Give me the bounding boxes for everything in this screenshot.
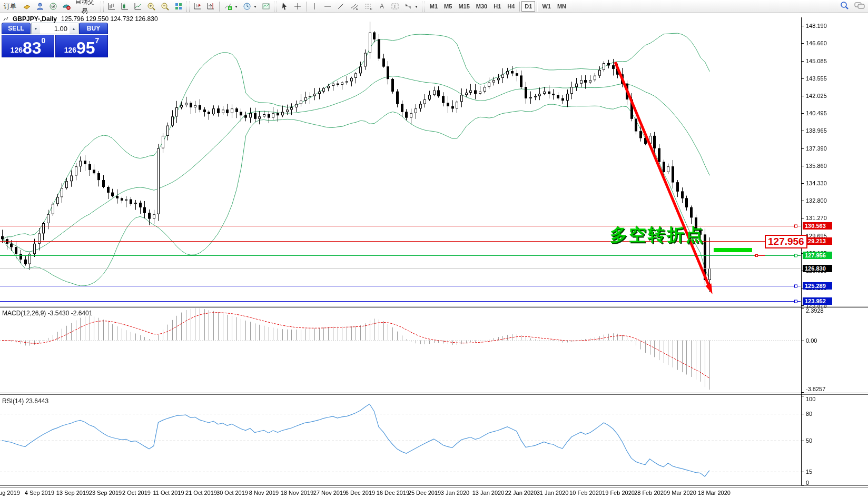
timeframe-m30-button[interactable]: M30 bbox=[473, 1, 490, 12]
line-chart-icon bbox=[134, 2, 142, 11]
indicators-button[interactable]: ▼ bbox=[222, 1, 240, 12]
tile-windows-icon bbox=[174, 2, 183, 11]
template-icon bbox=[262, 2, 270, 11]
text-label-icon: T bbox=[391, 2, 399, 11]
date-axis-label: 3 Jan 2020 bbox=[441, 490, 469, 496]
date-axis-label: 10 Feb 2020 bbox=[569, 490, 602, 496]
buy-button[interactable]: BUY bbox=[79, 23, 108, 34]
candlestick-chart-button[interactable] bbox=[119, 1, 131, 12]
person-icon bbox=[36, 2, 44, 11]
toolbar-separator bbox=[306, 2, 307, 12]
zoom-in-button[interactable] bbox=[145, 1, 158, 12]
dropdown-arrow-icon: ▼ bbox=[234, 5, 238, 8]
search-icon[interactable] bbox=[840, 1, 849, 10]
autotrading-button[interactable]: 自动交易 bbox=[60, 1, 99, 12]
gold-book-icon bbox=[23, 2, 31, 11]
arrows-tool-button[interactable]: ▼ bbox=[402, 1, 420, 12]
date-axis-label: 25 Dec 2019 bbox=[408, 490, 441, 496]
timeframe-m5-button[interactable]: M5 bbox=[441, 1, 455, 12]
crosshair-tool-button[interactable] bbox=[291, 1, 304, 12]
templates-button[interactable] bbox=[260, 1, 272, 12]
price-axis-tick: 135.860 bbox=[806, 163, 827, 169]
label-tool-button[interactable]: T bbox=[389, 1, 401, 12]
timeframe-w1-button[interactable]: W1 bbox=[539, 1, 554, 12]
horizontal-line-icon bbox=[323, 2, 332, 11]
new-order-label: 订单 bbox=[4, 2, 16, 11]
toolbar-grip bbox=[422, 2, 425, 12]
timeframe-h4-button[interactable]: H4 bbox=[504, 1, 518, 12]
svg-text:E: E bbox=[356, 7, 358, 11]
price-axis-tick: 143.555 bbox=[806, 75, 827, 82]
price-axis-tick: 142.025 bbox=[806, 93, 827, 99]
macd-axis-tick: 0.00 bbox=[806, 337, 817, 344]
date-axis-label: 18 Nov 2019 bbox=[281, 490, 313, 496]
timeframe-d1-button[interactable]: D1 bbox=[521, 1, 535, 12]
line-chart-button[interactable] bbox=[132, 1, 144, 12]
trendline-icon bbox=[337, 2, 345, 11]
dropdown-arrow-icon: ▼ bbox=[253, 5, 257, 8]
sell-price-display[interactable]: 126 83 0 bbox=[2, 35, 54, 57]
chart-shift-icon bbox=[206, 2, 215, 11]
chart-canvas[interactable] bbox=[0, 0, 868, 498]
trendline-tool-button[interactable] bbox=[334, 1, 347, 12]
chart-shift-button[interactable] bbox=[204, 1, 217, 12]
date-axis-label: 23 Sep 2019 bbox=[89, 490, 122, 496]
buy-price-main: 95 bbox=[76, 40, 95, 56]
rsi-label: RSI(14) 23.6443 bbox=[2, 397, 48, 405]
indicators-icon bbox=[224, 2, 232, 11]
timeframe-mn-button[interactable]: MN bbox=[554, 1, 569, 12]
volume-decrease-button[interactable]: ▼ bbox=[32, 23, 40, 34]
turning-point-annotation: 多空转折点 bbox=[610, 223, 705, 247]
auto-scroll-icon bbox=[193, 2, 202, 11]
one-click-trading-panel: SELL ▼ ▲ BUY 126 83 0 126 95 7 bbox=[2, 23, 108, 57]
channel-tool-button[interactable]: E bbox=[348, 1, 361, 12]
toolbar-grip bbox=[101, 2, 104, 12]
cursor-icon bbox=[281, 2, 289, 11]
candlestick-icon bbox=[121, 2, 129, 11]
chat-icon[interactable] bbox=[854, 2, 865, 10]
vertical-line-tool-button[interactable] bbox=[309, 1, 321, 12]
auto-scroll-button[interactable] bbox=[191, 1, 204, 12]
signal-icon bbox=[49, 2, 57, 11]
new-order-button[interactable]: 订单 bbox=[0, 1, 20, 12]
buy-price-pip: 7 bbox=[95, 36, 100, 45]
date-axis-label: 6 Aug 2019 bbox=[0, 490, 20, 496]
cursor-tool-button[interactable] bbox=[279, 1, 291, 12]
timeframe-m15-button[interactable]: M15 bbox=[455, 1, 472, 12]
timeframe-h1-button[interactable]: H1 bbox=[490, 1, 504, 12]
ohlc-values: 125.796 129.550 124.732 126.830 bbox=[61, 15, 158, 23]
date-axis-label: 28 Feb 2020 bbox=[634, 490, 667, 496]
periods-button[interactable]: ▼ bbox=[241, 1, 259, 12]
horizontal-line-tool-button[interactable] bbox=[321, 1, 334, 12]
text-tool-button[interactable]: A bbox=[376, 1, 388, 12]
price-axis-tick: 134.330 bbox=[806, 180, 827, 186]
profile-icon[interactable] bbox=[34, 1, 46, 12]
vertical-line-icon bbox=[311, 2, 318, 11]
history-center-icon[interactable] bbox=[21, 1, 33, 12]
dropdown-arrow-icon: ▼ bbox=[415, 5, 418, 8]
date-axis-label: 9 Mar 2020 bbox=[667, 490, 696, 496]
tile-windows-button[interactable] bbox=[172, 1, 185, 12]
bar-chart-button[interactable] bbox=[105, 1, 118, 12]
price-tag-label[interactable]: 127.956 bbox=[765, 235, 807, 248]
rsi-axis-tick: 0 bbox=[806, 480, 809, 486]
rsi-axis-tick: 80 bbox=[806, 411, 812, 417]
autotrading-icon bbox=[62, 2, 71, 11]
timeframe-bar: M1M5M15M30H1H4D1W1MN bbox=[427, 1, 569, 12]
price-axis-tick: 145.085 bbox=[806, 58, 827, 64]
expert-advisor-icon[interactable] bbox=[47, 1, 60, 12]
buy-price-display[interactable]: 126 95 7 bbox=[55, 35, 108, 57]
timeframe-m1-button[interactable]: M1 bbox=[427, 1, 441, 12]
zoom-out-button[interactable] bbox=[159, 1, 172, 12]
toolbar-separator bbox=[537, 2, 537, 12]
volume-increase-button[interactable]: ▲ bbox=[70, 23, 78, 34]
sell-button[interactable]: SELL bbox=[2, 23, 31, 34]
buy-label: BUY bbox=[87, 25, 100, 32]
crosshair-icon bbox=[293, 2, 302, 11]
price-axis-badge: 130.563 bbox=[803, 222, 832, 230]
fibonacci-tool-button[interactable]: F bbox=[362, 1, 376, 12]
rsi-axis-tick: 100 bbox=[806, 396, 815, 402]
volume-input[interactable] bbox=[40, 23, 70, 34]
date-axis-label: 6 Dec 2019 bbox=[346, 490, 375, 496]
price-axis-tick: 140.495 bbox=[806, 110, 827, 116]
